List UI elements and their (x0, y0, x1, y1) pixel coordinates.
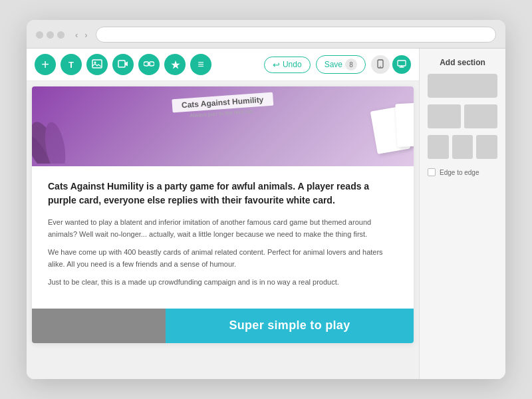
add-element-button[interactable]: + (35, 54, 56, 75)
page-canvas: Cats Against Humility Always purr to the… (32, 86, 414, 343)
editor-area: + T (27, 49, 419, 379)
browser-window: ‹ › + T (27, 20, 505, 379)
content-body-1: Ever wanted to play a blatent and inferi… (48, 217, 398, 240)
desktop-view-button[interactable] (392, 55, 411, 74)
content-body-2: We have come up with 400 beastly cards o… (48, 247, 398, 270)
image-button[interactable] (86, 54, 108, 75)
address-bar[interactable] (96, 27, 496, 43)
undo-button[interactable]: ↩ Undo (264, 57, 311, 73)
content-headline: Cats Against Humility is a party game fo… (48, 180, 398, 207)
edge-to-edge-label: Edge to edge (440, 169, 479, 176)
forward-button[interactable]: › (83, 30, 88, 40)
video-icon (118, 60, 128, 69)
hero-section: Cats Against Humility Always purr to the… (32, 86, 414, 166)
browser-dot-3 (57, 31, 65, 39)
section-thumb-col-1 (428, 104, 461, 128)
settings-button[interactable]: ≡ (190, 54, 211, 75)
settings-icon: ≡ (198, 59, 203, 70)
hero-card-2 (395, 102, 414, 148)
plus-icon: + (41, 58, 49, 71)
browser-body: + T (27, 49, 505, 379)
browser-titlebar: ‹ › (27, 20, 505, 49)
image-icon (92, 59, 102, 70)
toolbar-left: + T (35, 54, 211, 75)
edge-to-edge-row: Edge to edge (428, 168, 497, 176)
text-button[interactable]: T (61, 54, 82, 75)
save-count: 8 (345, 59, 357, 70)
section-thumb-single[interactable] (428, 74, 497, 98)
section-thumb-col-c (476, 135, 497, 159)
star-icon: ★ (171, 60, 180, 70)
section-thumb-two-col[interactable] (428, 104, 497, 128)
back-button[interactable]: ‹ (74, 30, 79, 40)
cta-left-block (32, 309, 166, 343)
right-panel: Add section Edge to edge (419, 49, 505, 379)
undo-icon: ↩ (273, 60, 280, 70)
toolbar-right: ↩ Undo Save 8 (264, 55, 411, 74)
section-thumb-col-a (428, 135, 449, 159)
view-toggle (371, 55, 411, 74)
edge-to-edge-checkbox[interactable] (428, 168, 436, 176)
hero-left-decor (32, 97, 85, 166)
cta-text: Super simple to play (229, 319, 350, 332)
desktop-icon (397, 60, 406, 70)
svg-point-4 (380, 66, 381, 67)
text-section: Cats Against Humility is a party game fo… (32, 166, 414, 309)
section-thumb-three-col[interactable] (428, 135, 497, 159)
svg-point-1 (94, 61, 96, 63)
cta-right-block[interactable]: Super simple to play (166, 309, 414, 343)
cta-section: Super simple to play (32, 309, 414, 343)
browser-dot-2 (47, 31, 54, 39)
mobile-view-button[interactable] (371, 55, 390, 74)
svg-rect-2 (118, 61, 125, 67)
save-label: Save (325, 60, 342, 69)
text-icon: T (68, 60, 74, 70)
link-button[interactable] (138, 54, 160, 75)
video-button[interactable] (112, 54, 134, 75)
panel-title: Add section (428, 58, 497, 67)
content-body-3: Just to be clear, this is a made up crow… (48, 277, 398, 289)
browser-dots (36, 31, 65, 39)
star-button[interactable]: ★ (164, 54, 186, 75)
section-thumb-col-2 (464, 104, 497, 128)
mobile-icon (377, 59, 384, 70)
link-icon (144, 60, 154, 69)
undo-label: Undo (283, 60, 302, 69)
browser-nav: ‹ › (74, 30, 89, 40)
section-thumb-col-b (452, 135, 473, 159)
page-content[interactable]: Cats Against Humility Always purr to the… (27, 81, 419, 379)
browser-dot-1 (36, 31, 43, 39)
editor-toolbar: + T (27, 49, 419, 81)
svg-rect-0 (92, 60, 102, 68)
save-button[interactable]: Save 8 (316, 55, 366, 74)
svg-rect-5 (398, 61, 406, 66)
